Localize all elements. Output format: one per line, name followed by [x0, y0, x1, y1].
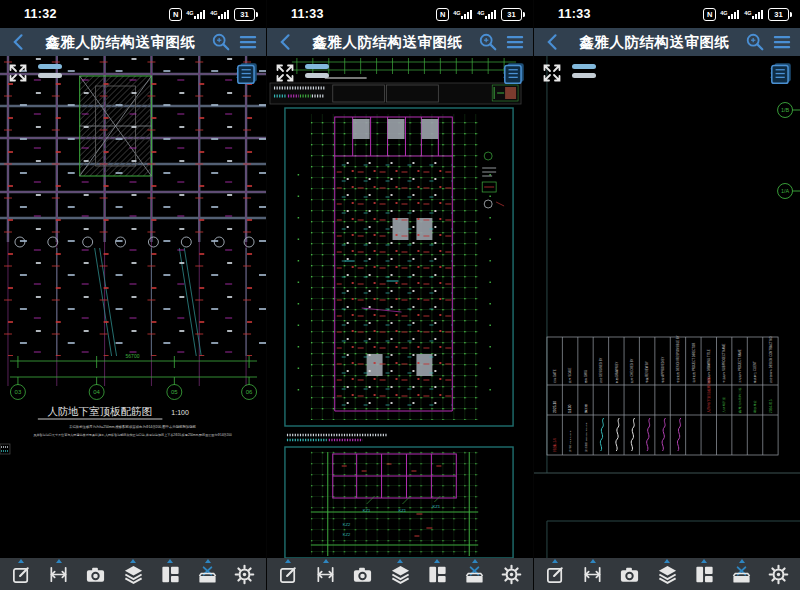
bottom-toolbar: [534, 558, 800, 590]
status-time: 11:33: [558, 7, 591, 21]
titleblock-label: 专业负责 DESIGN RESPONSIBLE BY: [676, 335, 680, 383]
toolbox-icon: [731, 564, 752, 585]
sheet-list-button[interactable]: [768, 60, 794, 86]
upper-strip-text: [325, 77, 367, 79]
caret-up-icon: [739, 559, 745, 563]
toolbox-icon: [464, 564, 485, 585]
titleblock-label: 审定 APPROVED BY: [661, 357, 665, 383]
menu-button[interactable]: [772, 32, 792, 52]
signal-icon-2: 4G: [210, 8, 230, 20]
titleblock-label: 建设单位 CLIENT: [753, 361, 757, 384]
signal-icon-2: 4G: [744, 8, 764, 20]
caret-up-icon: [552, 559, 558, 563]
drawing-canvas[interactable]: 56700 03 04 05 06 人防地下室顶板配筋图 1:100 未特殊标注…: [0, 56, 266, 558]
edit-button[interactable]: [5, 558, 37, 590]
titleblock-drawing-title: 人防地下室顶板配筋图: [706, 377, 711, 413]
back-button[interactable]: [275, 31, 297, 53]
back-button[interactable]: [542, 31, 564, 53]
titleblock-scale: 1:100: [568, 404, 572, 413]
layout-button[interactable]: [154, 558, 186, 590]
caret-up-icon: [130, 559, 136, 563]
overall-dimension: 56700: [126, 353, 140, 359]
caret-up-icon: [323, 559, 329, 563]
zoom-search-button[interactable]: [478, 32, 498, 52]
camera-icon: [85, 564, 106, 585]
zoom-search-button[interactable]: [211, 32, 231, 52]
cad-canvas-right[interactable]: 1/B 1/A 日期 DATE 比例 SCALE 图别 DWG 设计 DESIG…: [534, 56, 800, 558]
sheet-list-button[interactable]: [501, 60, 527, 86]
zoom-search-button[interactable]: [745, 32, 765, 52]
signal-icon: 4G: [453, 8, 473, 20]
back-button[interactable]: [8, 31, 30, 53]
fullscreen-expand-button[interactable]: [541, 62, 563, 84]
drawing-canvas[interactable]: KZ1 KZ1 KZ1 KZ2 KZ2: [267, 56, 533, 558]
sheet-scale: 1:100: [171, 409, 189, 416]
edit-icon: [545, 564, 566, 585]
page-title: 鑫雅人防结构送审图纸: [34, 33, 207, 52]
layers-button[interactable]: [384, 558, 416, 590]
edit-button[interactable]: [272, 558, 304, 590]
layer-toggle-icon[interactable]: [305, 62, 329, 78]
layout-button[interactable]: [421, 558, 453, 590]
toolbox-button[interactable]: [459, 558, 491, 590]
rebar-specks: [337, 161, 453, 406]
toolbox-button[interactable]: [192, 558, 224, 590]
sheet-list-button[interactable]: [234, 60, 260, 86]
fullscreen-expand-button[interactable]: [7, 62, 29, 84]
layout-icon: [694, 564, 715, 585]
settings-button[interactable]: [229, 558, 261, 590]
settings-gear-icon: [501, 564, 522, 585]
camera-button[interactable]: [80, 558, 112, 590]
titleblock-label: 日期 DATE: [553, 369, 557, 383]
measure-button[interactable]: [310, 558, 342, 590]
caret-up-icon: [56, 559, 62, 563]
status-icons: N 4G 4G 31: [436, 8, 525, 21]
titleblock-contract-no: 2024-015: [769, 399, 773, 413]
sheet-note-2: 风井留洞洞口尺寸及位置与人防建筑核对无误后施工,人防板留洞钢筋须伸至洞口边,并沿…: [33, 433, 231, 437]
axis-bubble-label: 06: [246, 389, 253, 395]
column-label: KZ1: [363, 508, 371, 513]
cad-canvas-middle[interactable]: KZ1 KZ1 KZ1 KZ2 KZ2: [267, 56, 533, 558]
drawing-canvas[interactable]: 1/B 1/A 日期 DATE 比例 SCALE 图别 DWG 设计 DESIG…: [534, 56, 800, 558]
sheet-1: [285, 108, 513, 426]
titleblock-label: 校对 CHECKED BY: [630, 358, 634, 384]
status-time: 11:33: [291, 7, 324, 21]
column-label: KZ1: [399, 508, 407, 513]
camera-icon: [352, 564, 373, 585]
network-badge: 4G: [744, 10, 751, 16]
titleblock-date: 2025.10: [553, 401, 557, 413]
camera-button[interactable]: [614, 558, 646, 590]
layer-toggle-icon[interactable]: [572, 62, 596, 78]
settings-button[interactable]: [763, 558, 795, 590]
menu-button[interactable]: [238, 32, 258, 52]
layout-button[interactable]: [688, 558, 720, 590]
layers-icon: [390, 564, 411, 585]
layers-button[interactable]: [651, 558, 683, 590]
measure-button[interactable]: [577, 558, 609, 590]
cad-canvas-left[interactable]: 56700 03 04 05 06 人防地下室顶板配筋图 1:100 未特殊标注…: [0, 56, 266, 558]
layer-toggle-icon[interactable]: [38, 62, 62, 78]
phone-screenshot-panel: 11:32 N 4G 4G 31: [0, 0, 266, 590]
legend-band: [270, 83, 521, 104]
battery-level: 31: [768, 8, 789, 21]
nav-bar: 鑫雅人防结构送审图纸: [0, 28, 266, 56]
bottom-toolbar: [267, 558, 533, 590]
toolbox-button[interactable]: [726, 558, 758, 590]
axis-bubble-label: 1/B: [781, 107, 790, 113]
axis-bubble-label: 05: [171, 389, 178, 395]
sheet-2: KZ1 KZ1 KZ1 KZ2 KZ2: [285, 447, 513, 558]
titleblock-mid-label: 设计阶段 DESIGN PHASE: [584, 422, 588, 452]
sheet-title: 人防地下室顶板配筋图: [47, 406, 151, 417]
layers-button[interactable]: [117, 558, 149, 590]
title-block: 日期 DATE 比例 SCALE 图别 DWG 设计 DESIGNED BY 制…: [547, 335, 778, 455]
settings-button[interactable]: [496, 558, 528, 590]
menu-button[interactable]: [505, 32, 525, 52]
fullscreen-expand-button[interactable]: [274, 62, 296, 84]
status-icons: N 4G 4G 31: [703, 8, 792, 21]
measure-button[interactable]: [43, 558, 75, 590]
caret-up-icon: [397, 559, 403, 563]
signatures: [600, 418, 681, 451]
page-title: 鑫雅人防结构送审图纸: [301, 33, 474, 52]
edit-button[interactable]: [539, 558, 571, 590]
camera-button[interactable]: [347, 558, 379, 590]
